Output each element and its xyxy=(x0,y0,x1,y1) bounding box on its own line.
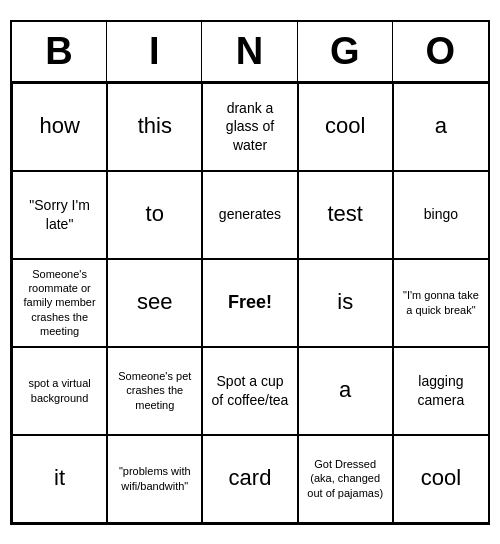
bingo-cell: Free! xyxy=(202,259,297,347)
header-letter: I xyxy=(107,22,202,81)
bingo-cell: Spot a cup of coffee/tea xyxy=(202,347,297,435)
bingo-cell: Someone's roommate or family member cras… xyxy=(12,259,107,347)
bingo-cell: "problems with wifi/bandwith" xyxy=(107,435,202,523)
bingo-cell: lagging camera xyxy=(393,347,488,435)
bingo-cell: how xyxy=(12,83,107,171)
bingo-grid: howthisdrank a glass of watercoola"Sorry… xyxy=(12,81,488,523)
bingo-card: BINGO howthisdrank a glass of watercoola… xyxy=(10,20,490,525)
bingo-cell: cool xyxy=(298,83,393,171)
header-letter: N xyxy=(202,22,297,81)
bingo-cell: drank a glass of water xyxy=(202,83,297,171)
bingo-cell: bingo xyxy=(393,171,488,259)
bingo-cell: is xyxy=(298,259,393,347)
bingo-cell: generates xyxy=(202,171,297,259)
bingo-cell: Someone's pet crashes the meeting xyxy=(107,347,202,435)
bingo-cell: Got Dressed (aka, changed out of pajamas… xyxy=(298,435,393,523)
bingo-cell: "Sorry I'm late" xyxy=(12,171,107,259)
bingo-cell: it xyxy=(12,435,107,523)
bingo-cell: cool xyxy=(393,435,488,523)
bingo-cell: card xyxy=(202,435,297,523)
header-letter: G xyxy=(298,22,393,81)
header-letter: O xyxy=(393,22,488,81)
bingo-cell: see xyxy=(107,259,202,347)
bingo-cell: a xyxy=(393,83,488,171)
bingo-cell: spot a virtual background xyxy=(12,347,107,435)
bingo-cell: "I'm gonna take a quick break" xyxy=(393,259,488,347)
bingo-cell: to xyxy=(107,171,202,259)
bingo-cell: a xyxy=(298,347,393,435)
bingo-header: BINGO xyxy=(12,22,488,81)
bingo-cell: this xyxy=(107,83,202,171)
bingo-cell: test xyxy=(298,171,393,259)
header-letter: B xyxy=(12,22,107,81)
